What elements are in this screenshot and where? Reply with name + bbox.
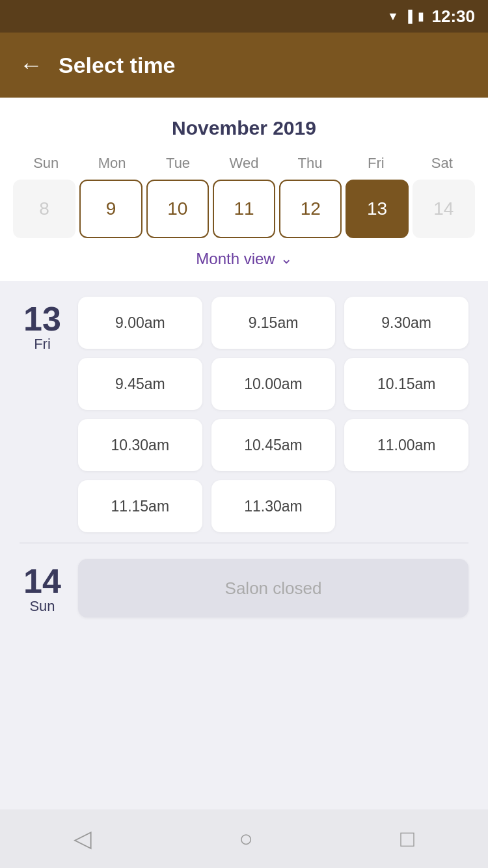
time-slot-1030[interactable]: 10.30am [78,419,202,471]
section-divider [20,543,468,543]
day-header-wed: Wed [211,155,277,172]
status-bar: ▼ ▐ ▮ 12:30 [0,0,488,33]
time-slots-section: 13 Fri 9.00am 9.15am 9.30am 9.45am 10.00… [0,281,488,644]
nav-bar: ◁ ○ □ [0,809,488,868]
salon-closed-label: Salon closed [78,559,468,617]
nav-home-button[interactable]: ○ [239,825,253,852]
month-year-title: November 2019 [13,117,475,139]
day-name-13: Fri [34,336,51,353]
time-grid-13: 9.00am 9.15am 9.30am 9.45am 10.00am 10.1… [78,297,468,532]
chevron-down-icon: ⌄ [280,251,292,267]
time-slot-900[interactable]: 9.00am [78,297,202,349]
day-section-13: 13 Fri 9.00am 9.15am 9.30am 9.45am 10.00… [20,297,468,532]
status-time: 12:30 [432,7,476,27]
signal-icon: ▐ [404,10,413,23]
time-slot-1045[interactable]: 10.45am [211,419,336,471]
time-slot-930[interactable]: 9.30am [344,297,468,349]
time-slot-1000[interactable]: 10.00am [211,358,336,410]
cal-day-8[interactable]: 8 [13,180,75,238]
status-icons: ▼ ▐ ▮ [387,9,424,23]
day-label-14: 14 Sun [20,559,65,617]
month-view-label[interactable]: Month view [196,250,275,268]
calendar-row: 8 9 10 11 12 13 14 [13,180,475,238]
cal-day-10[interactable]: 10 [146,180,209,238]
day-header-fri: Fri [343,155,409,172]
cal-day-13[interactable]: 13 [346,180,408,238]
cal-day-11[interactable]: 11 [213,180,275,238]
nav-apps-button[interactable]: □ [400,825,414,852]
day-header-tue: Tue [145,155,211,172]
page-title: Select time [59,53,176,78]
day-section-14: 14 Sun Salon closed [20,559,468,617]
day-header-thu: Thu [277,155,343,172]
time-slot-1100[interactable]: 11.00am [344,419,468,471]
day-number-14: 14 [23,564,61,598]
time-slot-915[interactable]: 9.15am [211,297,336,349]
time-slot-1130[interactable]: 11.30am [211,480,336,532]
cal-day-12[interactable]: 12 [279,180,342,238]
month-view-toggle[interactable]: Month view ⌄ [13,238,475,281]
day-headers: Sun Mon Tue Wed Thu Fri Sat [13,155,475,172]
app-header: ← Select time [0,33,488,98]
calendar-section: November 2019 Sun Mon Tue Wed Thu Fri Sa… [0,98,488,281]
nav-back-button[interactable]: ◁ [74,825,92,852]
time-slot-945[interactable]: 9.45am [78,358,202,410]
wifi-icon: ▼ [387,10,399,23]
battery-icon: ▮ [418,9,424,23]
time-slot-1015[interactable]: 10.15am [344,358,468,410]
time-slot-1115[interactable]: 11.15am [78,480,202,532]
day-header-sat: Sat [409,155,475,172]
cal-day-14[interactable]: 14 [413,180,475,238]
day-label-13: 13 Fri [20,297,65,532]
closed-slot-container: Salon closed [78,559,468,617]
day-header-sun: Sun [13,155,79,172]
day-number-13: 13 [23,302,61,336]
cal-day-9[interactable]: 9 [79,180,142,238]
back-button[interactable]: ← [20,51,43,79]
day-name-14: Sun [29,598,55,615]
day-header-mon: Mon [79,155,144,172]
